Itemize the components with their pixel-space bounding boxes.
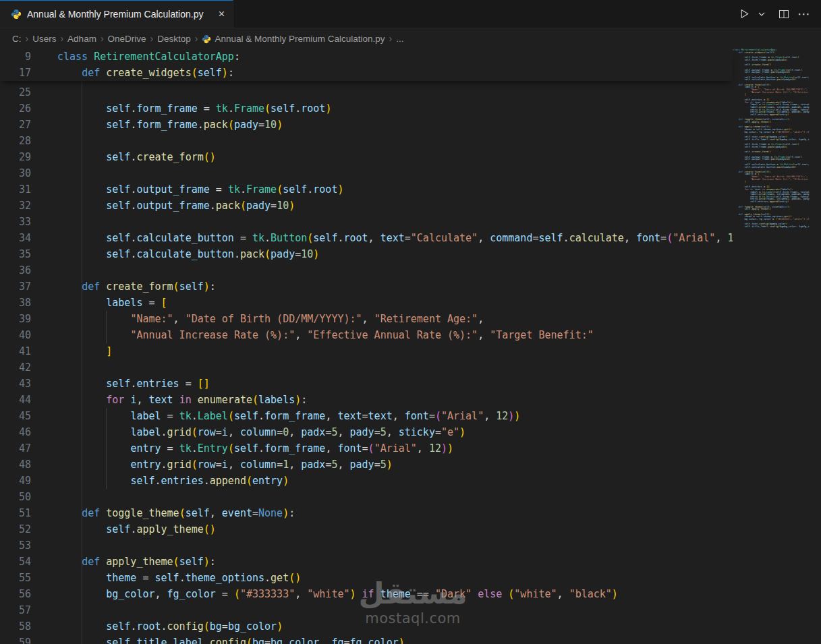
line-number[interactable]: 43: [0, 376, 31, 392]
line-number[interactable]: 37: [0, 279, 31, 295]
code-token: def: [82, 507, 100, 519]
split-editor-button[interactable]: [778, 9, 789, 20]
line-number[interactable]: 27: [0, 117, 31, 133]
code-line-36[interactable]: 36: [0, 262, 733, 279]
code-text: label.grid(row=i, column=0, padx=5, pady…: [31, 424, 733, 440]
line-number[interactable]: 45: [0, 408, 31, 424]
code-line-37[interactable]: 37 def create_form(self):: [0, 279, 733, 295]
line-number[interactable]: 46: [0, 424, 31, 440]
code-token: ,: [228, 426, 240, 438]
line-number[interactable]: 35: [0, 246, 31, 262]
code-line-27[interactable]: 27 self.form_frame.pack(pady=10): [0, 117, 733, 133]
code-line-58[interactable]: 58 self.root.config(bg=bg_color): [0, 618, 733, 635]
line-number[interactable]: 57: [0, 602, 31, 618]
breadcrumb-symbol-more[interactable]: ...: [396, 34, 403, 44]
code-line-52[interactable]: 52 self.apply_theme(): [0, 521, 733, 537]
code-token: :: [210, 556, 216, 568]
editor-tab[interactable]: Annual & Monthly Premium Calculation.py …: [0, 0, 233, 28]
code-line-42[interactable]: 42: [0, 359, 733, 376]
code-line-45[interactable]: 45 label = tk.Label(self.form_frame, tex…: [0, 408, 733, 424]
code-line-50[interactable]: 50: [0, 489, 733, 505]
line-number[interactable]: 51: [0, 505, 31, 521]
code-line-38[interactable]: 38 labels = [: [0, 295, 733, 311]
breadcrumb-item[interactable]: Users: [32, 34, 56, 44]
line-number[interactable]: 47: [0, 440, 31, 457]
sticky-scroll[interactable]: 9class RetirementCalculatorApp:17 def cr…: [0, 49, 733, 81]
code-line-26[interactable]: 26 self.form_frame = tk.Frame(self.root): [0, 100, 733, 117]
code-line-56[interactable]: 56 bg_color, fg_color = ("#333333", "whi…: [0, 586, 733, 602]
line-number[interactable]: 38: [0, 295, 31, 311]
code-lines[interactable]: 2526 self.form_frame = tk.Frame(self.roo…: [0, 84, 733, 644]
line-number[interactable]: 56: [0, 586, 31, 602]
line-number[interactable]: 17: [0, 65, 31, 81]
line-number[interactable]: 58: [0, 618, 31, 635]
line-number[interactable]: 42: [0, 359, 31, 376]
run-dropdown-button[interactable]: [758, 11, 765, 18]
line-number[interactable]: 40: [0, 327, 31, 343]
code-text: self.create_form(): [31, 149, 733, 165]
code-line-53[interactable]: 53: [0, 537, 733, 554]
line-number[interactable]: 59: [0, 635, 31, 644]
code-line-40[interactable]: 40 "Annual Increase Rate (%):", "Effecti…: [0, 327, 733, 343]
code-line-48[interactable]: 48 entry.grid(row=i, column=1, padx=5, p…: [0, 457, 733, 473]
line-number[interactable]: 52: [0, 521, 31, 537]
line-number[interactable]: 30: [0, 165, 31, 181]
code-line-39[interactable]: 39 "Name:", "Date of Birth (DD/MM/YYYY):…: [0, 311, 733, 327]
code-line-51[interactable]: 51 def toggle_theme(self, event=None):: [0, 505, 733, 521]
line-number[interactable]: 55: [0, 570, 31, 586]
code-line-30[interactable]: 30: [0, 165, 733, 181]
line-number[interactable]: 54: [0, 554, 31, 570]
breadcrumb-item[interactable]: OneDrive: [108, 34, 146, 44]
code-line-35[interactable]: 35 self.calculate_button.pack(pady=10): [0, 246, 733, 262]
code-line-55[interactable]: 55 theme = self.theme_options.get(): [0, 570, 733, 586]
code-line-49[interactable]: 49 self.entries.append(entry): [0, 473, 733, 489]
code-line-41[interactable]: 41 ]: [0, 343, 733, 359]
code-token: [100, 281, 106, 293]
line-number[interactable]: 48: [0, 457, 31, 473]
code-line-44[interactable]: 44 for i, text in enumerate(labels):: [0, 392, 733, 408]
more-actions-button[interactable]: ⋯: [797, 9, 810, 20]
code-token: "Name:": [130, 313, 173, 325]
line-number[interactable]: 44: [0, 392, 31, 408]
line-number[interactable]: 34: [0, 230, 31, 246]
close-tab-icon[interactable]: ×: [218, 9, 225, 20]
line-number[interactable]: 41: [0, 343, 31, 359]
code-line-9[interactable]: 9class RetirementCalculatorApp:: [0, 49, 733, 65]
code-line-46[interactable]: 46 label.grid(row=i, column=0, padx=5, p…: [0, 424, 733, 440]
line-number[interactable]: 53: [0, 537, 31, 554]
code-line-59[interactable]: 59 self.title_label.config(bg=bg_color, …: [0, 635, 733, 644]
line-number[interactable]: 32: [0, 198, 31, 214]
code-line-17[interactable]: 17 def create_widgets(self):: [0, 65, 733, 81]
line-number[interactable]: 50: [0, 489, 31, 505]
line-number[interactable]: 33: [0, 214, 31, 230]
code-editor[interactable]: 2526 self.form_frame = tk.Frame(self.roo…: [0, 49, 821, 644]
line-number[interactable]: 31: [0, 181, 31, 198]
run-python-file-button[interactable]: [739, 8, 750, 20]
code-line-34[interactable]: 34 self.calculate_button = tk.Button(sel…: [0, 230, 733, 246]
code-line-57[interactable]: 57: [0, 602, 733, 618]
line-number[interactable]: 36: [0, 262, 31, 279]
line-number[interactable]: 49: [0, 473, 31, 489]
code-line-47[interactable]: 47 entry = tk.Entry(self.form_frame, fon…: [0, 440, 733, 457]
minimap[interactable]: class RetirementCalculatorApp: def creat…: [733, 49, 810, 644]
code-line-25[interactable]: 25: [0, 84, 733, 100]
code-line-29[interactable]: 29 self.create_form(): [0, 149, 733, 165]
code-line-43[interactable]: 43 self.entries = []: [0, 376, 733, 392]
code-line-33[interactable]: 33: [0, 214, 733, 230]
line-number[interactable]: 9: [0, 49, 31, 65]
code-line-28[interactable]: 28: [0, 133, 733, 149]
breadcrumb-item[interactable]: Adham: [67, 34, 96, 44]
code-token: [57, 507, 82, 519]
code-line-31[interactable]: 31 self.output_frame = tk.Frame(self.roo…: [0, 181, 733, 198]
line-number[interactable]: 39: [0, 311, 31, 327]
line-number[interactable]: 25: [0, 84, 31, 100]
breadcrumb-file[interactable]: Annual & Monthly Premium Calculation.py: [202, 34, 385, 44]
line-number[interactable]: 26: [0, 100, 31, 117]
breadcrumb-item[interactable]: C:: [12, 34, 22, 44]
line-number[interactable]: 28: [0, 133, 31, 149]
code-line-54[interactable]: 54 def apply_theme(self):: [0, 554, 733, 570]
code-line-32[interactable]: 32 self.output_frame.pack(pady=10): [0, 198, 733, 214]
breadcrumb-item[interactable]: Desktop: [157, 34, 191, 44]
code-token: .: [234, 248, 240, 260]
line-number[interactable]: 29: [0, 149, 31, 165]
